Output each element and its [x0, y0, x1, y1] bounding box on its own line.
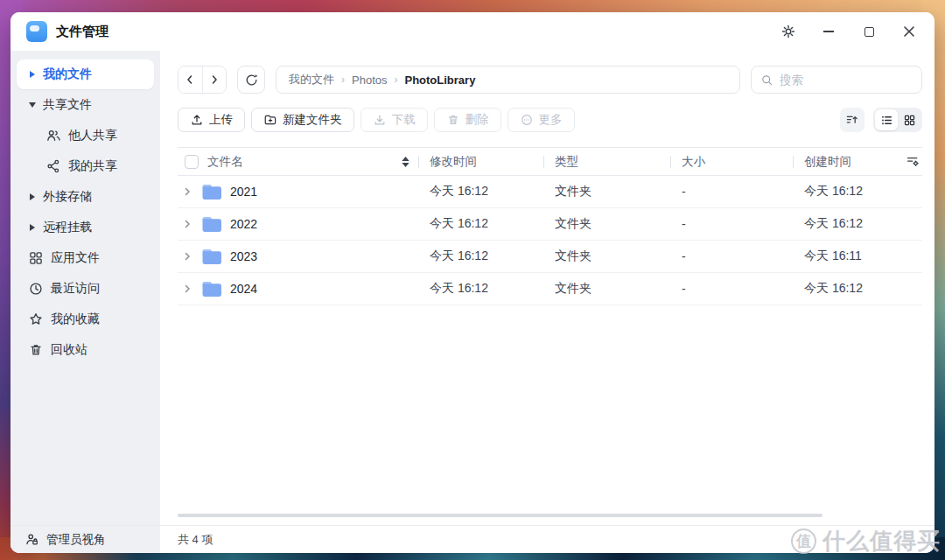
sidebar-item-external-storage[interactable]: 外接存储: [17, 182, 154, 212]
header-modified[interactable]: 修改时间: [418, 148, 543, 175]
expand-chevron-icon[interactable]: [181, 187, 193, 196]
horizontal-scrollbar[interactable]: [178, 514, 822, 517]
file-name: 2024: [230, 282, 257, 296]
sidebar-item-label: 他人共享: [68, 128, 117, 144]
download-button[interactable]: 下载: [360, 108, 428, 132]
folder-icon: [200, 248, 223, 266]
file-manager-window: 文件管理 我的文件: [10, 12, 934, 553]
admin-view-label: 管理员视角: [46, 532, 106, 548]
close-button[interactable]: [901, 24, 917, 39]
file-name: 2022: [230, 217, 257, 231]
folder-icon: [200, 215, 223, 234]
sidebar-item-label: 共享文件: [43, 97, 92, 113]
app-grid-icon: [28, 250, 44, 266]
more-ellipsis-icon: [520, 113, 534, 127]
sidebar: 我的文件 共享文件 他人共享: [10, 51, 160, 525]
created-time: 今天 16:11: [793, 248, 891, 264]
search-input[interactable]: [780, 74, 913, 87]
sort-arrows-icon[interactable]: [402, 157, 410, 167]
modified-time: 今天 16:12: [418, 216, 543, 232]
titlebar: 文件管理: [10, 12, 934, 51]
header-size[interactable]: 大小: [670, 148, 793, 175]
users-icon: [46, 128, 61, 144]
select-all-checkbox[interactable]: [185, 155, 199, 169]
sidebar-item-favorites[interactable]: 我的收藏: [17, 304, 154, 334]
new-folder-icon: [263, 113, 277, 127]
sidebar-item-shared-by-others[interactable]: 他人共享: [17, 121, 154, 150]
table-header: 文件名 修改时间 类型 大小 创建时间: [178, 147, 922, 176]
sidebar-item-app-files[interactable]: 应用文件: [17, 243, 154, 273]
file-table: 文件名 修改时间 类型 大小 创建时间: [178, 147, 922, 525]
clock-icon: [28, 281, 44, 297]
settings-gear-icon[interactable]: [780, 24, 796, 39]
table-row[interactable]: 2023 今天 16:12 文件夹 - 今天 16:11: [178, 241, 922, 273]
modified-time: 今天 16:12: [418, 184, 543, 200]
created-time: 今天 16:12: [793, 184, 891, 200]
grid-view-button[interactable]: [898, 109, 920, 130]
breadcrumb-separator: ›: [394, 74, 397, 86]
new-folder-button[interactable]: 新建文件夹: [251, 108, 354, 132]
table-row[interactable]: 2024 今天 16:12 文件夹 - 今天 16:12: [178, 273, 922, 305]
item-count: 共 4 项: [178, 532, 213, 548]
delete-trash-icon: [446, 113, 460, 127]
list-view-button[interactable]: [875, 109, 898, 130]
trash-icon: [28, 342, 44, 358]
folder-icon: [200, 280, 223, 298]
sidebar-item-label: 远程挂载: [43, 220, 92, 235]
search-icon: [760, 74, 774, 87]
maximize-button[interactable]: [861, 24, 877, 39]
forward-button[interactable]: [203, 66, 227, 93]
minimize-button[interactable]: [821, 24, 836, 39]
file-type: 文件夹: [543, 281, 670, 297]
file-size: -: [670, 249, 793, 263]
sidebar-item-recent[interactable]: 最近访问: [17, 274, 154, 304]
status-bar: 管理员视角 共 4 项: [10, 525, 934, 553]
window-title: 文件管理: [56, 24, 108, 40]
grid-view-icon: [903, 114, 916, 127]
admin-user-icon: [24, 532, 39, 547]
expand-chevron-icon[interactable]: [181, 252, 193, 261]
table-row[interactable]: 2022 今天 16:12 文件夹 - 今天 16:12: [178, 208, 922, 241]
admin-view-button[interactable]: 管理员视角: [10, 526, 160, 553]
file-type: 文件夹: [543, 216, 670, 232]
sidebar-item-remote-mount[interactable]: 远程挂载: [17, 213, 154, 242]
view-toggle: [873, 108, 922, 132]
sidebar-item-recycle-bin[interactable]: 回收站: [17, 335, 154, 365]
breadcrumb-photos[interactable]: Photos: [352, 74, 387, 87]
caret-right-icon: [28, 224, 36, 231]
app-icon: [26, 21, 47, 42]
sidebar-item-label: 我的收藏: [51, 312, 100, 327]
modified-time: 今天 16:12: [418, 248, 543, 264]
expand-chevron-icon[interactable]: [181, 284, 193, 293]
header-type[interactable]: 类型: [543, 148, 670, 175]
expand-chevron-icon[interactable]: [181, 220, 193, 228]
sidebar-item-my-files[interactable]: 我的文件: [17, 60, 154, 89]
upload-button[interactable]: 上传: [178, 108, 245, 132]
sort-order-button[interactable]: [840, 108, 864, 132]
caret-right-icon: [28, 193, 36, 200]
back-button[interactable]: [178, 66, 203, 93]
modified-time: 今天 16:12: [418, 281, 543, 297]
created-time: 今天 16:12: [793, 281, 891, 297]
more-button[interactable]: 更多: [508, 108, 575, 132]
sort-asc-icon: [845, 113, 859, 127]
sidebar-item-label: 我的共享: [68, 158, 117, 174]
sidebar-item-label: 最近访问: [51, 281, 100, 297]
sidebar-item-my-shares[interactable]: 我的共享: [17, 151, 154, 181]
delete-button[interactable]: 删除: [434, 108, 501, 132]
folder-icon: [200, 183, 223, 201]
caret-right-icon: [28, 71, 36, 78]
column-settings-icon[interactable]: [891, 154, 922, 169]
sidebar-item-label: 应用文件: [51, 250, 100, 266]
sidebar-item-shared-files[interactable]: 共享文件: [17, 90, 154, 120]
table-row[interactable]: 2021 今天 16:12 文件夹 - 今天 16:12: [178, 176, 922, 208]
sidebar-item-label: 外接存储: [43, 189, 92, 205]
share-icon: [46, 158, 61, 174]
breadcrumb-my-files[interactable]: 我的文件: [289, 72, 334, 88]
file-size: -: [670, 185, 793, 199]
header-created[interactable]: 创建时间: [793, 148, 891, 175]
search-box[interactable]: [751, 66, 922, 94]
header-name[interactable]: 文件名: [207, 154, 243, 170]
file-size: -: [670, 282, 793, 296]
refresh-button[interactable]: [237, 66, 265, 94]
